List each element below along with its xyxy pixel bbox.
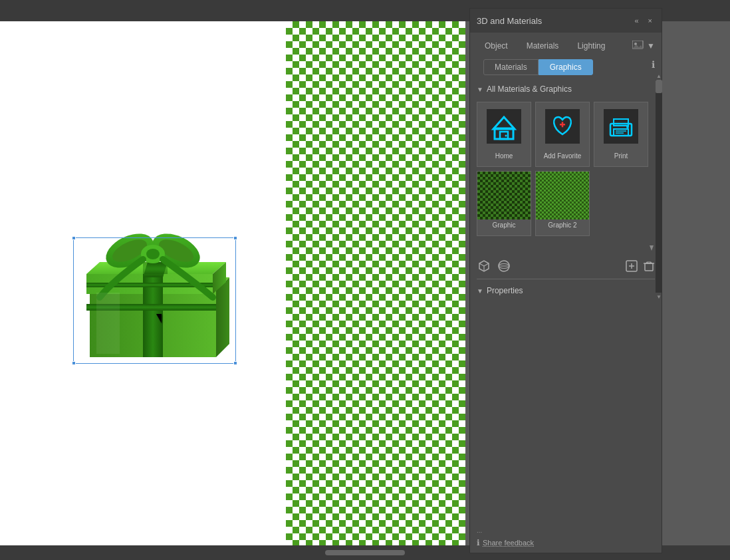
canvas-area [0,21,465,545]
scrollbar-arrow-up[interactable]: ▲ [656,72,662,80]
3d-sphere-icon[interactable] [497,259,511,273]
panel-title: 3D and Materials [477,16,542,26]
panel-dots: ... [477,527,482,534]
grid-thumb-graphic1 [477,172,531,219]
grid-item-home[interactable]: Home [477,102,531,167]
grid-label-print: Print [594,150,648,162]
svg-marker-18 [96,293,120,354]
panel-collapse-button[interactable]: « [632,15,641,26]
grid-item-graphic1[interactable]: Graphic [477,171,531,236]
grid-toolbar [470,255,662,277]
3d-materials-panel: 3D and Materials « × Object Materials Li… [469,8,662,553]
panel-close-button[interactable]: × [646,15,655,26]
svg-point-17 [146,249,160,259]
sub-tabs: Materials Graphics [477,54,655,80]
svg-rect-48 [645,263,653,271]
properties-label: Properties [487,286,523,295]
grid-label-favorite: Add Favorite [536,150,589,162]
print-icon-svg [604,109,638,144]
svg-point-26 [505,135,507,137]
panel-scrollbar[interactable]: ▲ ▼ [656,80,662,293]
grid-thumb-home [477,102,531,150]
svg-marker-37 [650,245,654,251]
info-icon[interactable]: ℹ [652,59,655,70]
panel-titlebar: 3D and Materials « × [470,9,662,33]
delete-item-icon[interactable] [643,260,655,272]
sub-tab-materials[interactable]: Materials [483,59,539,75]
svg-rect-52 [647,262,651,263]
white-canvas [0,21,286,545]
main-tabs: Object Materials Lighting ▼ [470,33,662,54]
tab-lighting[interactable]: Lighting [569,38,613,54]
svg-rect-29 [562,122,564,127]
grid-label-graphic1: Graphic [477,219,531,231]
grid-thumb-print [594,102,648,150]
env-dropdown-arrow[interactable]: ▼ [647,41,655,51]
svg-marker-2 [216,277,229,357]
grid-thumb-graphic2 [536,172,589,219]
svg-point-36 [626,126,629,128]
svg-point-20 [634,43,637,45]
grid-label-home: Home [477,150,531,162]
share-feedback-icon: ℹ [477,538,480,547]
svg-marker-6 [143,291,163,357]
sub-tab-graphics[interactable]: Graphics [539,59,593,75]
section-all-header[interactable]: ▼ All Materials & Graphics [470,80,662,98]
properties-content [470,301,662,553]
mouse-cursor [156,314,162,323]
svg-marker-21 [632,45,643,49]
add-item-icon[interactable] [626,260,638,272]
svg-line-40 [484,263,489,266]
tab-object[interactable]: Object [477,38,516,54]
section-all-label: All Materials & Graphics [487,84,572,94]
scrollbar-arrow-down[interactable]: ▼ [656,293,662,301]
gift-box-container [53,181,253,380]
scrollbar-horizontal[interactable] [325,550,405,555]
environment-icon[interactable] [632,41,644,51]
share-feedback-row[interactable]: ℹ Share feedback [477,538,534,547]
scrollbar-thumb[interactable] [656,80,662,93]
properties-chevron-icon: ▼ [477,287,483,295]
panel-controls: « × [632,15,655,26]
svg-line-39 [479,263,484,266]
grid-row-2: Graphic Graphic 2 [477,171,655,236]
panel-divider [477,279,655,279]
grid-thumb-favorite [536,102,589,150]
favorite-icon-svg [545,109,580,144]
tab-materials[interactable]: Materials [519,38,567,54]
grid-item-print[interactable]: Print [594,102,648,167]
share-feedback-link[interactable]: Share feedback [483,539,534,547]
graphic2-texture [536,172,589,219]
3d-box-icon[interactable] [477,259,491,273]
home-icon-svg [487,109,521,144]
chevron-down-icon: ▼ [477,86,483,93]
gift-box-svg [53,181,253,380]
grid-item-graphic2[interactable]: Graphic 2 [535,171,590,236]
grid-item-favorite[interactable]: Add Favorite [535,102,590,167]
grid-content: Home Add Favorite [470,98,662,244]
checkered-background [286,21,465,545]
grid-label-graphic2: Graphic 2 [536,219,589,231]
graphic1-texture [477,172,531,219]
properties-section-header[interactable]: ▼ Properties [470,281,662,301]
grid-row-1: Home Add Favorite [477,102,655,167]
scroll-down-arrow[interactable] [648,244,655,252]
